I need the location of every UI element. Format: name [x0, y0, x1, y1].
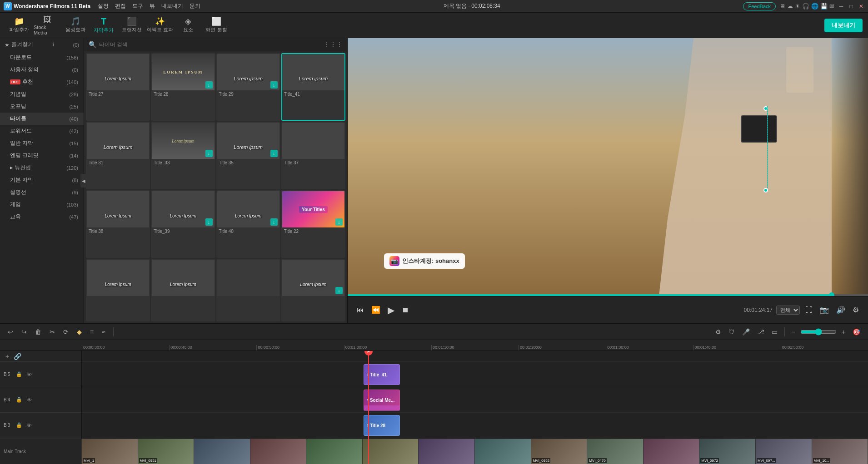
close-button[interactable]: ✕: [858, 3, 864, 10]
tray-cloud-icon[interactable]: ☁: [787, 3, 793, 10]
left-item-lower-third[interactable]: 로워서드 (42): [0, 125, 84, 137]
left-item-education[interactable]: 교육 (47): [0, 211, 84, 223]
color-correction-button[interactable]: ⚙: [713, 327, 723, 337]
thumbnail-title31[interactable]: Lorem ipsum Title 31: [86, 122, 150, 189]
menu-edit[interactable]: 편집: [115, 2, 126, 10]
tray-sun-icon[interactable]: ☀: [795, 3, 800, 10]
thumbnail-extra1[interactable]: Lorem ipsum: [86, 259, 150, 321]
play-button[interactable]: ▶: [386, 303, 396, 317]
clip-title41[interactable]: T Title_41: [364, 364, 400, 385]
left-item-callout[interactable]: 설명선 (9): [0, 186, 84, 198]
toolbar-effects[interactable]: ✨ 이펙트 효과: [146, 15, 174, 36]
left-item-anniversary[interactable]: 기념일 (28): [0, 88, 84, 100]
thumbnail-title39[interactable]: Lorem Ipsum ↓ Title_39: [151, 190, 215, 258]
menu-export[interactable]: 내보내기: [161, 2, 183, 10]
left-item-new-concept[interactable]: ▶ 뉴컨셉 (120): [0, 162, 84, 174]
fit-button[interactable]: 🎯: [850, 327, 863, 337]
video-progress-handle[interactable]: [829, 292, 834, 296]
export-button[interactable]: 내보내기: [824, 19, 863, 32]
speed-button[interactable]: ⟳: [61, 327, 71, 337]
menu-view[interactable]: 뷰: [150, 2, 155, 10]
toolbar-titles[interactable]: T 자막추가: [90, 15, 117, 36]
zoom-out-button[interactable]: −: [789, 327, 798, 337]
toolbar-split[interactable]: ⬜ 화면 분할: [203, 15, 230, 36]
clip-title28[interactable]: T Title 28: [364, 415, 400, 436]
thumbnail-title41[interactable]: Lorem ipsum Title_41: [281, 53, 345, 121]
maximize-button[interactable]: □: [848, 3, 854, 10]
ai-button[interactable]: ⎇: [755, 327, 767, 337]
toolbar-file-add[interactable]: 📁 파일추가: [5, 15, 33, 36]
snapshot-button[interactable]: 📷: [818, 304, 831, 316]
full-screen-button[interactable]: ⛶: [803, 304, 814, 316]
crop-button[interactable]: ▭: [769, 327, 780, 337]
thumbnail-extra4[interactable]: Lorem ipsum ↓: [281, 259, 345, 321]
minimize-button[interactable]: ─: [838, 3, 844, 10]
thumbnail-title33[interactable]: Loremipsum ↓ Title_33: [151, 122, 215, 189]
playback-quality-select[interactable]: 전체 1/2 1/4: [776, 306, 800, 315]
stop-button[interactable]: ⏹: [400, 304, 411, 316]
undo-button[interactable]: ↩: [5, 327, 15, 337]
thumbnail-title35[interactable]: Lorem ipsum ↓ Title 35: [216, 122, 280, 189]
track4-eye-button[interactable]: 👁: [25, 396, 33, 404]
thumbnail-title38[interactable]: Lorem Ipsum Title 38: [86, 190, 150, 258]
feedback-button[interactable]: FeedBack: [743, 2, 776, 10]
thumbnail-extra2[interactable]: Lorem ipsum: [151, 259, 215, 321]
toolbar-stock-media[interactable]: 🖼 Stock Media: [34, 15, 61, 36]
left-item-game[interactable]: 게임 (103): [0, 198, 84, 211]
toolbar-audio[interactable]: 🎵 음성효과: [62, 15, 89, 36]
audio-edit-button[interactable]: 🎤: [740, 327, 752, 337]
left-item-featured[interactable]: HOT 추천 (140): [0, 76, 84, 88]
left-item-download[interactable]: 다운로드 (156): [0, 51, 84, 64]
volume-button[interactable]: 🔊: [834, 304, 847, 316]
track3-lock-button[interactable]: 🔒: [15, 422, 23, 429]
add-main-track-button[interactable]: +: [4, 353, 11, 360]
left-item-end-credits[interactable]: 엔딩 크레딧 (14): [0, 149, 84, 162]
frame-back-button[interactable]: ⏪: [369, 304, 382, 316]
track5-lock-button[interactable]: 🔒: [15, 371, 23, 378]
menu-tools[interactable]: 도구: [132, 2, 143, 10]
menu-help[interactable]: 문의: [190, 2, 200, 10]
tray-monitor-icon[interactable]: 🖥: [779, 3, 785, 10]
thumbnail-title40[interactable]: Lorem Ipsum ↓ Title 40: [216, 190, 280, 258]
menu-settings[interactable]: 설정: [98, 2, 109, 10]
skip-back-button[interactable]: ⏮: [355, 304, 366, 316]
more-options-icon[interactable]: ⋮⋮⋮: [324, 41, 343, 48]
left-item-opening[interactable]: 오프닝 (25): [0, 100, 84, 113]
track4-lock-button[interactable]: 🔒: [15, 396, 23, 404]
stabilize-button[interactable]: ≈: [100, 327, 108, 337]
thumbnail-title28[interactable]: LOREM IPSUM ↓ Title 28: [151, 53, 215, 121]
tray-headphone-icon[interactable]: 🎧: [802, 3, 809, 10]
left-item-basic-subtitles[interactable]: 기본 자막 (8): [0, 174, 84, 186]
thumbnail-title27[interactable]: Lorem Ipsum Title 27: [86, 53, 150, 121]
mask-button[interactable]: 🛡: [726, 327, 737, 337]
tray-mail-icon[interactable]: ✉: [829, 3, 834, 10]
search-input[interactable]: [99, 41, 321, 48]
keyframe-lower[interactable]: [763, 188, 768, 193]
left-item-subtitles[interactable]: 일반 자막 (15): [0, 137, 84, 149]
thumbnail-title22[interactable]: Your Titles ↓ Title 22: [281, 190, 345, 258]
zoom-in-button[interactable]: +: [839, 327, 848, 337]
delete-button[interactable]: 🗑: [33, 327, 44, 337]
app-logo: W Wondershare Filmora 11 Beta: [4, 2, 90, 10]
left-item-titles[interactable]: 타이틀 (40): [0, 113, 84, 125]
thumbnail-title37[interactable]: Title 37: [281, 122, 345, 189]
collapse-panel-button[interactable]: ◀: [80, 174, 87, 188]
tray-globe-icon[interactable]: 🌐: [811, 3, 818, 10]
thumbnail-extra3[interactable]: [216, 259, 280, 321]
split-audio-button[interactable]: ≡: [88, 327, 96, 337]
track5-eye-button[interactable]: 👁: [25, 371, 33, 378]
cut-button[interactable]: ✂: [47, 327, 57, 337]
redo-button[interactable]: ↪: [19, 327, 29, 337]
settings-preview-button[interactable]: ⚙: [851, 304, 861, 316]
video-progress-bar[interactable]: [348, 294, 868, 296]
tray-save-icon[interactable]: 💾: [820, 3, 828, 10]
thumbnail-title29[interactable]: Lorem ipsum ↓ Title 29: [216, 53, 280, 121]
toolbar-transitions[interactable]: ⬛ 트랜지션: [118, 15, 145, 36]
link-track-button[interactable]: 🔗: [14, 353, 21, 360]
zoom-slider[interactable]: [800, 328, 837, 336]
left-item-custom[interactable]: 사용자 정의 (0): [0, 64, 84, 76]
favorites-header[interactable]: ★ 즐겨찾기 ℹ (0): [0, 38, 84, 51]
track3-eye-button[interactable]: 👁: [25, 422, 33, 429]
toolbar-elements[interactable]: ◈ 요소: [175, 15, 202, 36]
keyframe-button[interactable]: ◆: [75, 327, 84, 337]
